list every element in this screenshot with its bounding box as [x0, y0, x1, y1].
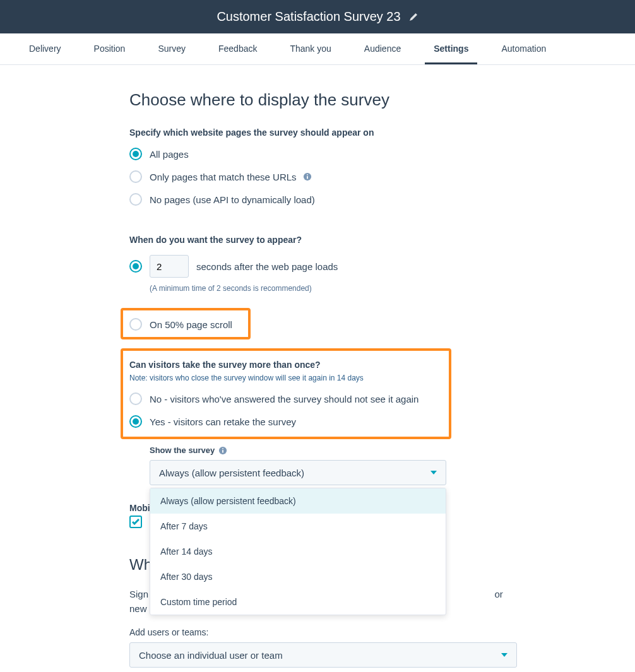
page-header: Customer Satisfaction Survey 23: [0, 0, 635, 33]
main-content: Choose where to display the survey Speci…: [0, 65, 635, 672]
radio-seconds[interactable]: [129, 260, 142, 273]
dropdown-option-custom[interactable]: Custom time period: [150, 589, 446, 615]
check-icon: [132, 519, 139, 525]
tab-automation[interactable]: Automation: [492, 33, 555, 64]
caret-down-icon: [430, 471, 437, 475]
svg-rect-4: [222, 450, 223, 452]
seconds-hint: (A minimum time of 2 seconds is recommen…: [150, 284, 509, 293]
page-title: Choose where to display the survey: [129, 90, 509, 110]
tab-audience[interactable]: Audience: [355, 33, 410, 64]
tab-bar: Delivery Position Survey Feedback Thank …: [0, 33, 635, 65]
svg-point-2: [307, 174, 308, 175]
dropdown-option-30days[interactable]: After 30 days: [150, 564, 446, 589]
highlight-retake: Can visitors take the survey more than o…: [121, 348, 451, 439]
add-users-select[interactable]: Choose an individual user or team: [129, 642, 517, 668]
edit-icon[interactable]: [408, 12, 418, 22]
show-survey-select-wrap: Always (allow persistent feedback) Alway…: [150, 460, 446, 485]
dropdown-option-14days[interactable]: After 14 days: [150, 539, 446, 564]
tab-survey[interactable]: Survey: [149, 33, 194, 64]
add-users-label: Add users or teams:: [129, 627, 509, 637]
radio-match-urls-label: Only pages that match these URLs: [150, 172, 297, 182]
radio-retake-no-label: No - visitors who've answered the survey…: [150, 394, 418, 404]
radio-all-pages[interactable]: [129, 148, 142, 160]
tab-thankyou[interactable]: Thank you: [281, 33, 340, 64]
tab-settings[interactable]: Settings: [425, 33, 477, 64]
show-survey-select[interactable]: Always (allow persistent feedback): [150, 460, 446, 485]
radio-no-pages-label: No pages (use API to dynamically load): [150, 194, 315, 205]
dropdown-option-7days[interactable]: After 7 days: [150, 514, 446, 539]
svg-rect-1: [307, 176, 308, 179]
radio-all-pages-label: All pages: [150, 149, 189, 160]
tab-delivery[interactable]: Delivery: [20, 33, 70, 64]
retake-note: Note: visitors who close the survey wind…: [129, 374, 442, 382]
radio-retake-no[interactable]: [129, 392, 142, 405]
radio-retake-yes-label: Yes - visitors can retake the survey: [150, 416, 296, 427]
tab-feedback[interactable]: Feedback: [210, 33, 266, 64]
show-survey-dropdown: Always (allow persistent feedback) After…: [150, 488, 446, 615]
highlight-scroll: On 50% page scroll: [121, 308, 251, 339]
radio-match-urls[interactable]: [129, 170, 142, 183]
caret-down-icon: [501, 653, 507, 657]
add-users-placeholder: Choose an individual user or team: [139, 650, 283, 661]
svg-point-5: [222, 448, 223, 449]
show-survey-value: Always (allow persistent feedback): [159, 468, 304, 478]
survey-title: Customer Satisfaction Survey 23: [217, 9, 400, 24]
info-icon[interactable]: [218, 446, 227, 455]
radio-scroll[interactable]: [129, 318, 142, 331]
radio-retake-yes[interactable]: [129, 415, 142, 428]
timing-label: When do you want the survey to appear?: [129, 235, 509, 245]
add-users-wrap: Choose an individual user or team: [129, 642, 517, 668]
dropdown-option-always[interactable]: Always (allow persistent feedback): [150, 488, 446, 514]
pages-label: Specify which website pages the survey s…: [129, 127, 509, 138]
radio-no-pages[interactable]: [129, 193, 142, 206]
mobile-checkbox[interactable]: [129, 516, 142, 528]
info-icon[interactable]: [303, 172, 312, 181]
radio-scroll-label: On 50% page scroll: [150, 319, 232, 330]
mobile-label: Mobi: [129, 503, 150, 513]
show-survey-label: Show the survey: [150, 445, 509, 455]
seconds-suffix: seconds after the web page loads: [196, 261, 338, 272]
seconds-input[interactable]: [150, 255, 189, 278]
retake-label: Can visitors take the survey more than o…: [129, 360, 442, 370]
tab-position[interactable]: Position: [85, 33, 134, 64]
